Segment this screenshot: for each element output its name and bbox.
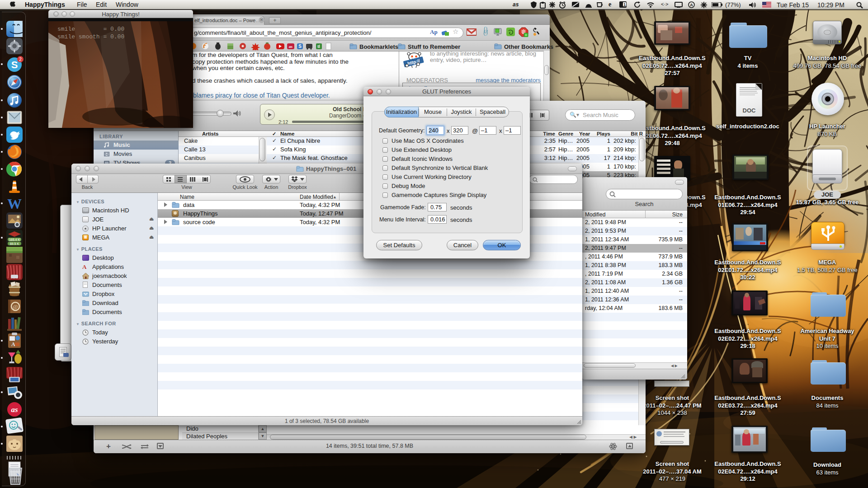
svg-text:as: as — [289, 44, 293, 49]
svg-text:smile = 0.00: smile = 0.00 — [57, 26, 124, 33]
svg-text:1: 1 — [623, 2, 626, 7]
svg-text:@: @ — [13, 303, 18, 310]
svg-text:tl: tl — [317, 44, 320, 49]
svg-text:W: W — [7, 196, 22, 212]
svg-text:2: 2 — [19, 57, 22, 62]
svg-text:smile smooth = 0.00: smile smooth = 0.00 — [57, 33, 124, 40]
svg-text:165.4 K: 165.4 K — [9, 238, 20, 241]
svg-text:as: as — [11, 405, 18, 414]
svg-text:69.5 K: 69.5 K — [10, 242, 19, 245]
svg-text:A: A — [690, 3, 693, 7]
svg-text:S: S — [298, 44, 302, 49]
svg-text:A: A — [11, 341, 15, 347]
svg-text:S: S — [11, 59, 18, 70]
